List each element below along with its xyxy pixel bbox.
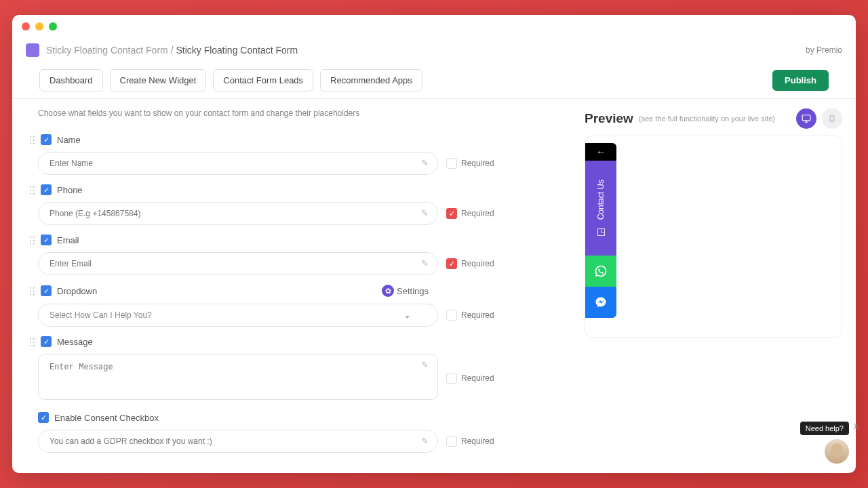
preview-box: ← Contact Us ◳	[585, 136, 842, 338]
dropdown-settings-button[interactable]: ✿ Settings	[382, 285, 429, 297]
consent-placeholder-input[interactable]	[38, 430, 438, 453]
dashboard-button[interactable]: Dashboard	[39, 69, 103, 92]
titlebar	[12, 15, 856, 38]
required-label: Required	[461, 373, 494, 383]
by-premio-label: by Premio	[806, 45, 842, 55]
edit-icon[interactable]: ✎	[421, 360, 429, 370]
app-icon	[26, 43, 39, 57]
field-message: ✓ Message ✎ Required	[38, 336, 559, 403]
message-required-checkbox[interactable]	[446, 373, 457, 384]
message-placeholder-input[interactable]	[38, 354, 438, 400]
recommended-apps-button[interactable]: Recommended Apps	[320, 69, 422, 92]
preview-title: Preview	[585, 111, 633, 126]
breadcrumb: Sticky Floating Contact Form / Sticky Fl…	[46, 45, 298, 56]
enable-name-checkbox[interactable]: ✓	[41, 134, 52, 145]
name-placeholder-input[interactable]	[38, 152, 438, 175]
email-required-checkbox[interactable]: ✓	[446, 258, 457, 269]
phone-label: Phone	[57, 185, 83, 195]
window-maximize-icon[interactable]	[49, 22, 57, 30]
drag-handle-icon[interactable]	[28, 337, 35, 346]
content: Choose what fields you want to show on y…	[12, 99, 856, 473]
required-label: Required	[461, 209, 494, 218]
window-close-icon[interactable]	[22, 22, 30, 30]
whatsapp-icon	[594, 264, 608, 278]
mobile-icon	[829, 114, 835, 123]
consent-label: Enable Consent Checkbox	[54, 413, 159, 423]
dropdown-required-checkbox[interactable]	[446, 310, 457, 321]
contact-us-label: Contact Us	[596, 180, 606, 220]
field-phone: ✓ Phone ✎ ✓ Required	[38, 184, 559, 225]
help-avatar[interactable]	[825, 439, 849, 464]
field-name: ✓ Name ✎ Required	[38, 134, 559, 175]
svg-rect-3	[830, 116, 834, 121]
desktop-preview-button[interactable]	[796, 108, 816, 129]
phone-placeholder-input[interactable]	[38, 202, 438, 225]
enable-dropdown-checkbox[interactable]: ✓	[41, 285, 52, 296]
required-label: Required	[461, 310, 494, 320]
dropdown-selected-value: Select How Can I Help You?	[50, 310, 152, 320]
drag-handle-icon[interactable]	[28, 185, 35, 195]
window-minimize-icon[interactable]	[35, 22, 43, 30]
enable-phone-checkbox[interactable]: ✓	[41, 184, 52, 195]
widget-back-button[interactable]: ←	[585, 143, 616, 161]
edit-icon[interactable]: ✎	[421, 208, 429, 218]
gear-icon: ✿	[382, 285, 394, 297]
edit-icon[interactable]: ✎	[421, 158, 429, 168]
phone-required-checkbox[interactable]: ✓	[446, 208, 457, 219]
app-window: Sticky Floating Contact Form / Sticky Fl…	[12, 15, 856, 473]
email-placeholder-input[interactable]	[38, 252, 438, 275]
help-widget: Need help? X	[800, 422, 849, 464]
desktop-icon	[802, 114, 811, 123]
help-close-icon[interactable]: X	[854, 422, 859, 430]
required-label: Required	[461, 436, 494, 446]
breadcrumb-parent[interactable]: Sticky Floating Contact Form	[46, 45, 168, 56]
help-text: Need help?	[806, 424, 844, 432]
breadcrumb-row: Sticky Floating Contact Form / Sticky Fl…	[12, 38, 856, 62]
drag-handle-icon[interactable]	[28, 135, 35, 144]
required-label: Required	[461, 259, 494, 268]
drag-handle-icon[interactable]	[28, 286, 35, 296]
widget-whatsapp-button[interactable]	[585, 256, 616, 287]
floating-widget: ← Contact Us ◳	[585, 143, 616, 318]
messenger-icon	[595, 296, 607, 308]
field-email: ✓ Email ✎ ✓ Required	[38, 235, 559, 275]
required-label: Required	[461, 159, 494, 168]
name-required-checkbox[interactable]	[446, 158, 457, 169]
dropdown-select[interactable]: Select How Can I Help You? ⌄	[38, 304, 438, 327]
widget-messenger-button[interactable]	[585, 287, 616, 318]
chevron-down-icon: ⌄	[404, 311, 410, 320]
form-fields-pane: Choose what fields you want to show on y…	[12, 99, 585, 473]
mobile-preview-button[interactable]	[822, 108, 842, 129]
consent-required-checkbox[interactable]	[446, 436, 457, 447]
email-label: Email	[57, 235, 79, 245]
preview-pane: Preview (see the full functionality on y…	[585, 99, 856, 473]
edit-icon[interactable]: ✎	[421, 258, 429, 268]
nav-row: Dashboard Create New Widget Contact Form…	[12, 62, 856, 99]
contact-leads-button[interactable]: Contact Form Leads	[213, 69, 313, 92]
field-dropdown: ✓ Dropdown ✿ Settings Select How Can I H…	[38, 285, 559, 327]
contact-form-icon: ◳	[597, 226, 606, 237]
enable-email-checkbox[interactable]: ✓	[41, 235, 52, 245]
edit-icon[interactable]: ✎	[421, 436, 429, 446]
enable-message-checkbox[interactable]: ✓	[41, 336, 52, 347]
drag-handle-icon[interactable]	[28, 235, 35, 245]
name-label: Name	[57, 135, 81, 145]
create-widget-button[interactable]: Create New Widget	[110, 69, 207, 92]
breadcrumb-current: Sticky Floating Contact Form	[176, 45, 298, 56]
instruction-text: Choose what fields you want to show on y…	[38, 108, 559, 118]
publish-button[interactable]: Publish	[772, 70, 829, 91]
dropdown-label: Dropdown	[57, 286, 97, 296]
enable-consent-checkbox[interactable]: ✓	[38, 412, 49, 423]
message-label: Message	[57, 337, 93, 347]
svg-rect-0	[802, 115, 810, 121]
widget-contact-button[interactable]: Contact Us ◳	[585, 161, 616, 256]
field-consent: ✓ Enable Consent Checkbox ✎ Required	[38, 412, 559, 453]
preview-subtitle: (see the full functionality on your live…	[639, 115, 775, 123]
settings-label: Settings	[397, 286, 429, 296]
help-bubble[interactable]: Need help? X	[800, 422, 849, 435]
